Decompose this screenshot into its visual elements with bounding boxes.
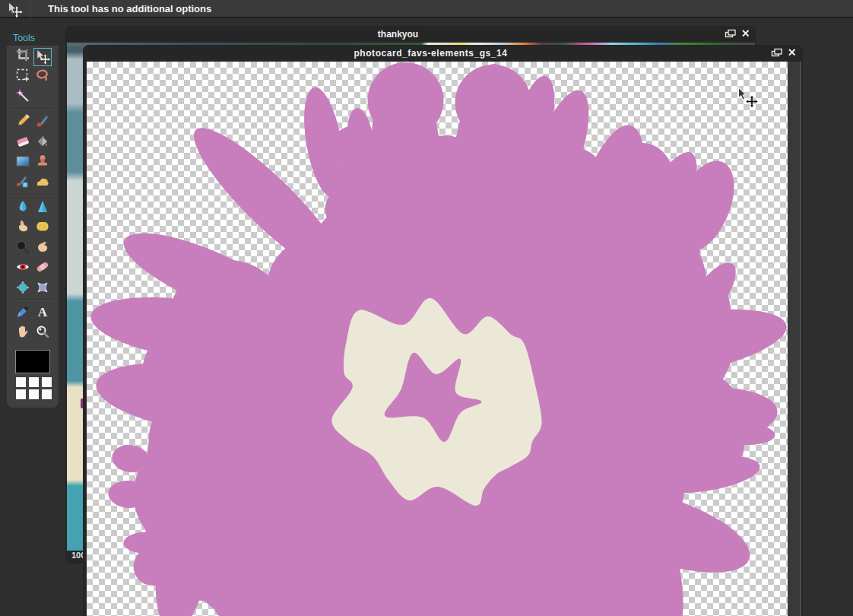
svg-text:A: A <box>38 305 48 319</box>
